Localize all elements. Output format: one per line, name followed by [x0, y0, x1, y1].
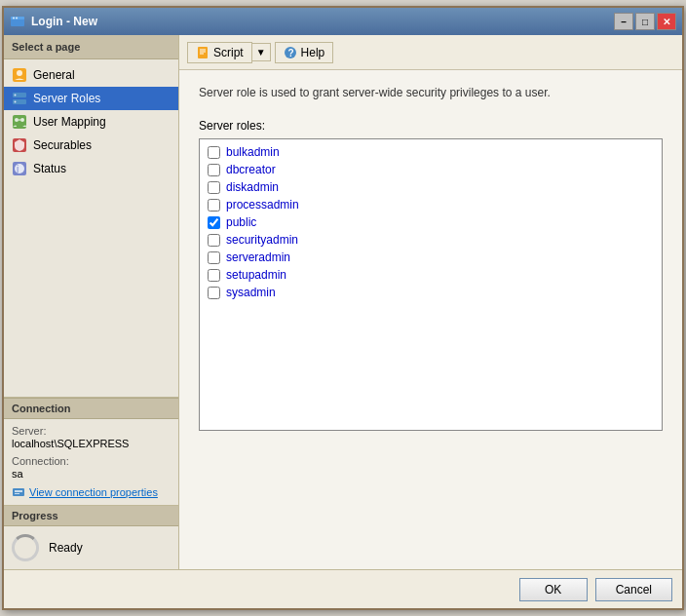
sidebar-item-securables[interactable]: Securables [4, 134, 178, 157]
title-bar: Login - New – □ ✕ [4, 8, 682, 35]
content-area: Select a page General [4, 35, 682, 569]
sidebar-nav: General Server Roles [4, 59, 178, 397]
role-item-setupadmin: setupadmin [204, 266, 658, 284]
svg-point-3 [16, 18, 18, 19]
ok-button[interactable]: OK [519, 578, 588, 601]
script-label: Script [213, 46, 244, 59]
progress-content: Ready [4, 526, 178, 569]
description-text: Server role is used to grant server-wide… [199, 86, 663, 99]
title-bar-left: Login - New [10, 14, 97, 29]
sidebar-header: Select a page [4, 35, 178, 59]
svg-point-5 [17, 70, 22, 76]
sidebar: Select a page General [4, 35, 179, 569]
help-button[interactable]: ? Help [275, 42, 334, 63]
window-title: Login - New [31, 15, 97, 28]
sidebar-label-user-mapping: User Mapping [33, 115, 106, 129]
connection-label: Connection: [12, 455, 171, 467]
role-item-bulkadmin: bulkadmin [204, 143, 658, 161]
role-checkbox-diskadmin[interactable] [208, 181, 220, 194]
sidebar-label-status: Status [33, 162, 66, 175]
svg-rect-21 [198, 47, 208, 58]
role-label-processadmin[interactable]: processadmin [226, 198, 299, 212]
close-button[interactable]: ✕ [657, 13, 676, 30]
svg-point-9 [15, 101, 17, 103]
sidebar-item-general[interactable]: General [4, 63, 178, 87]
role-label-sysadmin[interactable]: sysadmin [226, 286, 276, 299]
role-checkbox-public[interactable] [208, 216, 220, 229]
sidebar-label-securables: Securables [33, 138, 92, 152]
main-window: Login - New – □ ✕ Select a page General [2, 6, 684, 610]
progress-spinner [12, 534, 39, 561]
server-label: Server: [12, 425, 171, 437]
role-item-diskadmin: diskadmin [204, 178, 658, 196]
svg-text:i: i [17, 164, 19, 174]
bottom-bar: OK Cancel [4, 569, 682, 608]
role-label-diskadmin[interactable]: diskadmin [226, 180, 279, 194]
connection-link-icon [12, 485, 25, 499]
sidebar-item-server-roles[interactable]: Server Roles [4, 87, 178, 110]
cancel-button[interactable]: Cancel [595, 578, 672, 601]
sidebar-item-user-mapping[interactable]: User Mapping [4, 110, 178, 134]
server-value: localhost\SQLEXPRESS [12, 438, 171, 449]
role-checkbox-setupadmin[interactable] [208, 269, 220, 282]
script-icon [196, 46, 210, 59]
role-checkbox-dbcreator[interactable] [208, 164, 220, 176]
role-item-securityadmin: securityadmin [204, 231, 658, 249]
help-icon: ? [284, 46, 297, 59]
user-mapping-icon [12, 114, 27, 130]
roles-label: Server roles: [199, 119, 663, 133]
svg-rect-19 [15, 490, 22, 492]
main-content: Server role is used to grant server-wide… [179, 70, 682, 569]
progress-status: Ready [49, 541, 83, 555]
role-item-serveradmin: serveradmin [204, 249, 658, 266]
connection-header: Connection [4, 398, 178, 419]
view-connection-text: View connection properties [29, 486, 158, 498]
view-connection-properties-link[interactable]: View connection properties [12, 485, 171, 499]
role-checkbox-processadmin[interactable] [208, 199, 220, 212]
main-panel: Script ▼ ? Help Server role is used to g… [179, 35, 682, 569]
progress-header: Progress [4, 506, 178, 526]
roles-list: bulkadmindbcreatordiskadminprocessadminp… [199, 138, 663, 431]
securables-icon [12, 137, 27, 153]
role-item-dbcreator: dbcreator [204, 161, 658, 178]
svg-point-8 [15, 95, 17, 96]
role-label-setupadmin[interactable]: setupadmin [226, 268, 286, 282]
role-checkbox-serveradmin[interactable] [208, 251, 220, 264]
role-label-securityadmin[interactable]: securityadmin [226, 233, 298, 247]
role-item-public: public [204, 213, 658, 231]
svg-rect-20 [15, 493, 19, 494]
minimize-button[interactable]: – [614, 13, 633, 30]
help-label: Help [301, 46, 325, 59]
role-item-sysadmin: sysadmin [204, 284, 658, 301]
role-checkbox-securityadmin[interactable] [208, 234, 220, 247]
script-toolbar-group: Script ▼ [187, 42, 271, 63]
connection-section: Connection Server: localhost\SQLEXPRESS … [4, 397, 178, 505]
role-label-bulkadmin[interactable]: bulkadmin [226, 145, 280, 159]
role-label-public[interactable]: public [226, 215, 256, 229]
role-checkbox-sysadmin[interactable] [208, 287, 220, 299]
svg-point-11 [15, 118, 19, 122]
general-icon [12, 67, 27, 83]
role-label-serveradmin[interactable]: serveradmin [226, 250, 290, 264]
role-label-dbcreator[interactable]: dbcreator [226, 163, 276, 176]
svg-point-12 [20, 118, 24, 122]
server-roles-icon [12, 91, 27, 106]
title-controls: – □ ✕ [614, 13, 676, 30]
progress-section: Progress Ready [4, 505, 178, 569]
maximize-button[interactable]: □ [635, 13, 655, 30]
svg-point-2 [13, 18, 15, 19]
role-item-processadmin: processadmin [204, 196, 658, 213]
connection-value: sa [12, 468, 171, 480]
sidebar-label-general: General [33, 68, 75, 82]
role-checkbox-bulkadmin[interactable] [208, 146, 220, 159]
window-icon [10, 14, 25, 29]
sidebar-item-status[interactable]: i Status [4, 157, 178, 180]
script-button[interactable]: Script [187, 42, 252, 63]
toolbar: Script ▼ ? Help [179, 35, 682, 70]
status-icon: i [12, 161, 27, 176]
svg-text:?: ? [287, 48, 293, 58]
sidebar-label-server-roles: Server Roles [33, 92, 100, 105]
script-dropdown-arrow[interactable]: ▼ [252, 43, 271, 61]
